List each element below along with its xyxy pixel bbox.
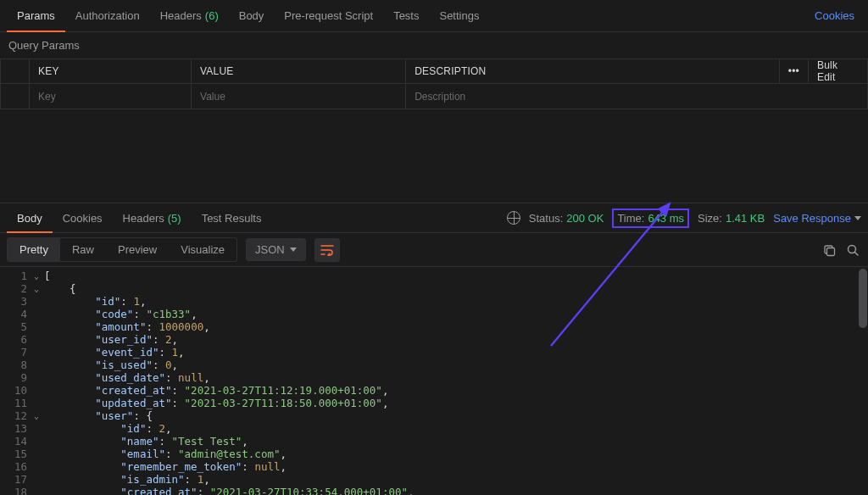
resp-tab-testresults[interactable]: Test Results xyxy=(192,203,272,233)
line-gutter: 1⌄2⌄3456789101112⌄1314151617181920 xyxy=(0,267,41,495)
query-params-heading: Query Params xyxy=(0,32,868,58)
scrollbar[interactable] xyxy=(858,267,868,495)
svg-line-3 xyxy=(855,252,859,255)
format-select[interactable]: JSON xyxy=(246,238,306,261)
bulk-edit-button[interactable]: Bulk Edit xyxy=(809,59,868,84)
globe-icon[interactable] xyxy=(507,211,520,225)
tab-headers[interactable]: Headers (6) xyxy=(150,0,229,32)
tab-body[interactable]: Body xyxy=(229,0,275,32)
copy-icon[interactable] xyxy=(822,243,836,257)
save-response-button[interactable]: Save Response xyxy=(773,212,861,225)
view-mode-group: Pretty Raw Preview Visualize xyxy=(7,237,237,262)
col-key[interactable]: KEY xyxy=(30,59,192,84)
wrap-icon xyxy=(320,244,334,256)
time-segment[interactable]: Time:643 ms xyxy=(612,209,689,228)
resp-headers-count: (5) xyxy=(168,212,181,225)
chevron-down-icon xyxy=(854,216,861,220)
search-icon[interactable] xyxy=(846,243,860,257)
resp-tab-cookies[interactable]: Cookies xyxy=(53,203,113,233)
status-segment[interactable]: Status:200 OK xyxy=(529,212,604,225)
tab-settings[interactable]: Settings xyxy=(429,0,489,32)
json-viewer[interactable]: 1⌄2⌄3456789101112⌄1314151617181920 [ { "… xyxy=(0,267,868,495)
view-raw[interactable]: Raw xyxy=(60,238,106,261)
row-selector-header xyxy=(1,59,30,84)
cookies-link[interactable]: Cookies xyxy=(815,9,861,22)
body-toolbar: Pretty Raw Preview Visualize JSON xyxy=(0,233,868,267)
key-input[interactable]: Key xyxy=(30,84,192,109)
status-value: 200 OK xyxy=(566,212,604,225)
size-segment[interactable]: Size:1.41 KB xyxy=(698,212,765,225)
view-pretty[interactable]: Pretty xyxy=(8,238,60,261)
tab-params[interactable]: Params xyxy=(7,0,65,32)
size-value: 1.41 KB xyxy=(726,212,765,225)
response-meta: Status:200 OK Time:643 ms Size:1.41 KB S… xyxy=(507,209,861,228)
fold-toggle[interactable]: ⌄ xyxy=(29,270,39,282)
resp-tab-headers[interactable]: Headers (5) xyxy=(113,203,192,233)
wrap-lines-button[interactable] xyxy=(314,238,340,262)
svg-rect-1 xyxy=(827,248,835,255)
response-tabs: Body Cookies Headers (5) Test Results St… xyxy=(0,203,868,233)
view-visualize[interactable]: Visualize xyxy=(169,238,236,261)
col-actions[interactable]: ••• xyxy=(779,59,808,84)
fold-toggle[interactable]: ⌄ xyxy=(29,282,39,295)
scroll-thumb[interactable] xyxy=(859,269,867,328)
tab-prerequest[interactable]: Pre-request Script xyxy=(274,0,383,32)
param-row-empty[interactable]: Key Value Description xyxy=(1,84,868,109)
col-description[interactable]: DESCRIPTION xyxy=(406,59,780,84)
chevron-down-icon xyxy=(290,248,297,252)
code-area[interactable]: [ { "id": 1, "code": "c1b33", "amount": … xyxy=(41,267,868,495)
value-input[interactable]: Value xyxy=(192,84,406,109)
description-input[interactable]: Description xyxy=(406,84,868,109)
resp-tab-body[interactable]: Body xyxy=(7,203,53,233)
tab-tests[interactable]: Tests xyxy=(383,0,429,32)
query-params-table: KEY VALUE DESCRIPTION ••• Bulk Edit Key … xyxy=(0,58,868,109)
tab-authorization[interactable]: Authorization xyxy=(65,0,150,32)
request-tabs: Params Authorization Headers (6) Body Pr… xyxy=(0,0,868,32)
col-value[interactable]: VALUE xyxy=(192,59,406,84)
time-value: 643 ms xyxy=(648,212,684,225)
view-preview[interactable]: Preview xyxy=(106,238,169,261)
headers-count-badge: (6) xyxy=(205,9,219,22)
fold-toggle[interactable]: ⌄ xyxy=(29,409,39,422)
